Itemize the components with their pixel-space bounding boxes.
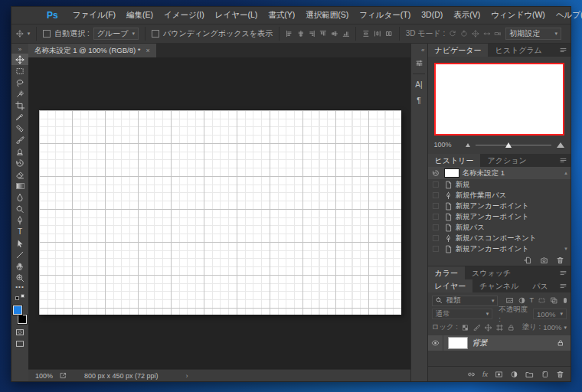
auto-align-layers-icon[interactable] xyxy=(385,28,393,39)
new-group-icon[interactable] xyxy=(525,370,534,379)
tab-channels[interactable]: チャンネル xyxy=(472,279,525,292)
default-swap-colors-icon[interactable] xyxy=(15,294,25,302)
delete-state-icon[interactable] xyxy=(556,256,564,265)
tool-clone-stamp[interactable] xyxy=(11,145,28,157)
lock-transparency-icon[interactable] xyxy=(461,324,469,332)
align-top-edges-icon[interactable] xyxy=(318,30,329,38)
history-brush-source-icon[interactable] xyxy=(430,169,441,177)
tool-path-selection[interactable] xyxy=(11,237,28,249)
lock-all-icon[interactable] xyxy=(507,324,515,332)
menu-window[interactable]: ウィンドウ(W) xyxy=(486,8,551,23)
bounding-box-checkbox[interactable] xyxy=(152,30,159,38)
tool-healing-brush[interactable] xyxy=(11,122,28,134)
tool-line[interactable] xyxy=(11,249,28,260)
tool-blur[interactable] xyxy=(11,191,28,203)
history-item[interactable]: 新規アンカーポイント xyxy=(428,201,571,211)
tab-history[interactable]: ヒストリー xyxy=(428,154,481,167)
history-item[interactable]: 新規アンカーポイント ▼ xyxy=(428,243,571,254)
navigator-panel-menu-icon[interactable] xyxy=(555,44,571,57)
background-color-swatch[interactable] xyxy=(18,315,27,324)
color-panel-menu-icon[interactable] xyxy=(555,266,571,279)
layer-row-background[interactable]: 背景 xyxy=(428,335,571,351)
history-item[interactable]: 新規アンカーポイント xyxy=(428,211,571,222)
status-zoom-value[interactable]: 100% xyxy=(35,372,53,380)
workspace-dropdown[interactable]: 初期設定▾ xyxy=(505,28,561,40)
tool-rectangular-marquee[interactable] xyxy=(11,65,28,77)
auto-select-checkbox[interactable] xyxy=(43,30,51,38)
layer-filter-dropdown[interactable]: 種類 ▾ xyxy=(432,296,498,306)
history-item[interactable]: 新規パス xyxy=(428,222,571,233)
lock-position-icon[interactable] xyxy=(484,324,492,332)
zoom-in-icon[interactable] xyxy=(557,142,564,148)
tab-actions[interactable]: アクション xyxy=(480,154,533,167)
tab-swatches[interactable]: スウォッチ xyxy=(465,266,518,279)
align-left-edges-icon[interactable] xyxy=(286,28,293,39)
new-adjustment-layer-icon[interactable] xyxy=(510,370,518,379)
navigator-zoom-value[interactable]: 100% xyxy=(434,141,460,149)
filter-shape-layers-icon[interactable] xyxy=(538,296,546,305)
tab-color[interactable]: カラー xyxy=(428,266,465,279)
align-horizontal-centers-icon[interactable] xyxy=(297,28,305,39)
scroll-down-icon[interactable]: ▼ xyxy=(564,247,571,251)
menu-layer[interactable]: レイヤー(L) xyxy=(210,8,263,23)
layer-style-icon[interactable]: fx xyxy=(482,371,488,378)
screen-mode-button[interactable] xyxy=(11,338,28,349)
filter-adjustment-layers-icon[interactable] xyxy=(518,296,526,305)
expand-tools-icon[interactable]: » xyxy=(18,44,21,54)
3d-roll-icon[interactable] xyxy=(460,28,468,39)
menu-type[interactable]: 書式(Y) xyxy=(263,8,300,23)
menu-edit[interactable]: 編集(E) xyxy=(121,8,159,23)
history-item[interactable]: 新規パスコンポーネント xyxy=(428,233,571,243)
new-snapshot-icon[interactable] xyxy=(540,256,548,265)
new-document-from-state-icon[interactable] xyxy=(524,256,532,265)
tab-paths[interactable]: パス xyxy=(525,279,554,292)
tool-crop[interactable] xyxy=(11,100,28,111)
history-snapshot-row[interactable]: 名称未設定 1 ▲ xyxy=(428,167,571,179)
menu-filter[interactable]: フィルター(T) xyxy=(354,8,416,23)
menu-help[interactable]: ヘルプ(H) xyxy=(551,8,582,23)
foreground-color-swatch[interactable] xyxy=(13,305,22,315)
tool-gradient[interactable] xyxy=(11,180,28,191)
quick-mask-button[interactable] xyxy=(11,326,28,338)
layer-name[interactable]: 背景 xyxy=(472,338,488,348)
history-panel-menu-icon[interactable] xyxy=(555,154,571,167)
auto-select-dropdown[interactable]: グループ▾ xyxy=(93,28,139,40)
distribute-vertical-icon[interactable] xyxy=(362,28,370,39)
layers-panel-menu-icon[interactable] xyxy=(555,279,571,292)
history-item[interactable]: 新規作業用パス xyxy=(428,190,571,201)
menu-select[interactable]: 選択範囲(S) xyxy=(300,8,354,23)
history-item[interactable]: 新規 xyxy=(428,179,571,190)
opacity-dropdown[interactable]: 100%▾ xyxy=(533,309,567,319)
delete-layer-icon[interactable] xyxy=(556,370,564,379)
menu-view[interactable]: 表示(V) xyxy=(448,8,486,23)
align-vertical-centers-icon[interactable] xyxy=(329,30,340,38)
tool-dodge[interactable] xyxy=(11,203,28,214)
layer-visibility-toggle[interactable] xyxy=(428,335,443,351)
align-bottom-edges-icon[interactable] xyxy=(341,30,351,38)
3d-orbit-icon[interactable] xyxy=(449,28,456,39)
menu-file[interactable]: ファイル(F) xyxy=(67,8,121,23)
paragraph-panel-button[interactable]: ¶ xyxy=(411,93,427,108)
menu-3d[interactable]: 3D(D) xyxy=(416,8,448,23)
3d-slide-icon[interactable] xyxy=(483,28,491,39)
tab-navigator[interactable]: ナビゲーター xyxy=(428,44,489,57)
filter-smart-objects-icon[interactable] xyxy=(550,296,558,305)
tab-layers[interactable]: レイヤー xyxy=(428,279,473,292)
edit-toolbar-icon[interactable]: ••• xyxy=(15,283,24,292)
properties-panel-button[interactable] xyxy=(411,56,427,70)
menu-image[interactable]: イメージ(I) xyxy=(159,8,210,23)
canvas[interactable] xyxy=(39,110,401,315)
filter-toggle-icon[interactable] xyxy=(564,298,567,303)
filter-type-layers-icon[interactable]: T xyxy=(530,297,535,304)
tool-brush[interactable] xyxy=(11,134,28,145)
document-tab-close-icon[interactable]: × xyxy=(146,47,149,54)
link-layers-icon[interactable] xyxy=(467,370,476,379)
filter-pixel-layers-icon[interactable] xyxy=(505,296,514,305)
slider-thumb[interactable] xyxy=(505,142,512,148)
blend-mode-dropdown[interactable]: 通常▾ xyxy=(432,309,493,319)
distribute-horizontal-icon[interactable] xyxy=(372,30,383,38)
export-icon[interactable] xyxy=(59,371,67,380)
add-layer-mask-icon[interactable] xyxy=(495,370,503,379)
navigator-zoom-slider[interactable] xyxy=(476,145,552,145)
fill-value[interactable]: 100% xyxy=(543,323,561,332)
